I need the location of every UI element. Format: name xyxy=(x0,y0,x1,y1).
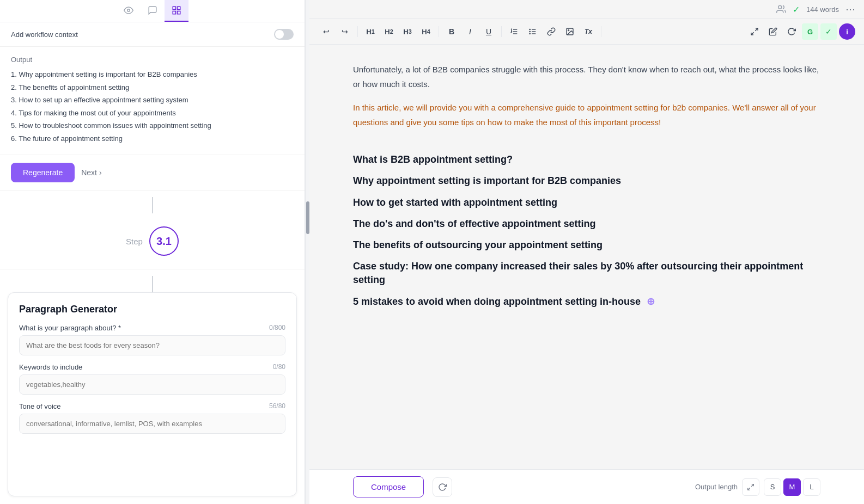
word-count: 144 words xyxy=(806,5,839,14)
about-field-label-row: What is your paragraph about? * 0/800 xyxy=(19,324,285,332)
connector-line-below xyxy=(152,276,153,292)
heading-4: The do's and don'ts of effective appoint… xyxy=(353,217,820,231)
expand-btn[interactable] xyxy=(742,478,759,496)
edit-pencil-btn[interactable] xyxy=(765,23,781,40)
toolbar-separator-3 xyxy=(501,26,502,37)
svg-point-13 xyxy=(530,31,530,32)
svg-point-0 xyxy=(127,9,130,12)
output-length-label: Output length xyxy=(695,483,738,491)
tab-layout[interactable] xyxy=(165,0,188,22)
heading-6: Case study: How one company increased th… xyxy=(353,260,820,287)
h4-button[interactable]: H4 xyxy=(418,23,434,40)
redo-button[interactable]: ↪ xyxy=(337,23,353,40)
length-l-button[interactable]: L xyxy=(803,478,820,496)
step-indicator: Step 3.1 xyxy=(0,213,305,269)
svg-point-14 xyxy=(530,33,530,34)
heading-2: Why appointment setting is important for… xyxy=(353,174,820,188)
list-item: 2. The benefits of appointment setting xyxy=(11,82,294,93)
info-btn[interactable]: i xyxy=(839,23,855,40)
heading-1: What is B2B appointment setting? xyxy=(353,153,820,167)
heading-3: How to get started with appointment sett… xyxy=(353,196,820,210)
length-s-button[interactable]: S xyxy=(764,478,781,496)
unordered-list-button[interactable] xyxy=(525,23,541,40)
tab-eye[interactable] xyxy=(117,0,141,22)
clear-format-button[interactable]: Tx xyxy=(580,23,597,40)
check-icon: ✓ xyxy=(793,4,800,15)
editor-top-header: ✓ 144 words ⋯ xyxy=(309,0,864,19)
svg-line-18 xyxy=(751,32,754,35)
step-label: Step xyxy=(126,237,143,246)
intro-para-1: Unfortunately, a lot of B2B companies st… xyxy=(353,62,820,91)
tone-field-label-row: Tone of voice 56/80 xyxy=(19,402,285,410)
list-item: 5. How to troubleshoot common issues wit… xyxy=(11,120,294,131)
list-item: 4. Tips for making the most out of your … xyxy=(11,108,294,119)
context-toggle-row: Add workflow context xyxy=(0,22,305,47)
intro-para-2: In this article, we will provide you wit… xyxy=(353,100,820,130)
link-button[interactable] xyxy=(543,23,559,40)
editor-content-area[interactable]: Unfortunately, a lot of B2B companies st… xyxy=(309,45,864,469)
heading-5: The benefits of outsourcing your appoint… xyxy=(353,238,820,252)
compose-button[interactable]: Compose xyxy=(353,476,424,497)
svg-point-5 xyxy=(778,5,782,9)
action-buttons-row: Regenerate Next › xyxy=(0,155,305,190)
left-scroll-track[interactable] xyxy=(305,0,309,504)
h2-button[interactable]: H2 xyxy=(381,23,397,40)
heading-7: 5 mistakes to avoid when doing appointme… xyxy=(353,295,820,309)
svg-line-17 xyxy=(755,28,758,31)
more-icon[interactable]: ⋯ xyxy=(845,3,855,15)
step-connector xyxy=(0,190,305,213)
list-item: 3. How to set up an effective appointmen… xyxy=(11,95,294,106)
keywords-input[interactable] xyxy=(19,374,285,395)
toolbar-separator-1 xyxy=(357,26,358,37)
undo-button[interactable]: ↩ xyxy=(318,23,334,40)
regenerate-button[interactable]: Regenerate xyxy=(11,163,75,182)
italic-button[interactable]: I xyxy=(462,23,478,40)
shield-btn[interactable]: ✓ xyxy=(820,23,837,40)
svg-line-20 xyxy=(748,488,750,490)
refresh-bottom-btn[interactable] xyxy=(433,477,452,497)
svg-line-19 xyxy=(751,484,753,486)
plus-icon: ⊕ xyxy=(647,296,655,307)
output-section: Output 1. Why appointment setting is imp… xyxy=(0,47,305,155)
step-connector-below xyxy=(0,269,305,292)
arrows-icon-btn[interactable] xyxy=(746,23,763,40)
connector-line xyxy=(152,197,153,213)
paragraph-generator-card: Paragraph Generator What is your paragra… xyxy=(8,292,297,496)
context-toggle-label: Add workflow context xyxy=(11,30,78,39)
output-length-group: Output length S M L xyxy=(695,478,820,496)
h1-button[interactable]: H1 xyxy=(362,23,379,40)
svg-point-16 xyxy=(568,30,569,31)
next-button[interactable]: Next › xyxy=(81,168,101,177)
list-item: 1. Why appointment setting is important … xyxy=(11,69,294,80)
length-m-button[interactable]: M xyxy=(783,478,801,496)
image-button[interactable] xyxy=(562,23,578,40)
scroll-thumb xyxy=(306,201,309,234)
users-icon xyxy=(776,4,786,14)
grammarly-btn[interactable]: G xyxy=(802,23,818,40)
step-badge: 3.1 xyxy=(149,226,179,256)
length-buttons: S M L xyxy=(764,478,820,496)
keywords-field-label-row: Keywords to include 0/80 xyxy=(19,363,285,371)
about-input[interactable] xyxy=(19,335,285,355)
editor-toolbar: ↩ ↪ H1 H2 H3 H4 B I U xyxy=(309,19,864,45)
card-title: Paragraph Generator xyxy=(19,304,285,315)
list-item: 6. The future of appointment setting xyxy=(11,133,294,144)
panel-tabs xyxy=(0,0,305,22)
svg-point-12 xyxy=(530,29,530,29)
tone-input[interactable] xyxy=(19,414,285,434)
tab-chat[interactable] xyxy=(141,0,165,22)
underline-button[interactable]: U xyxy=(480,23,497,40)
editor-right-section: Unfortunately, a lot of B2B companies st… xyxy=(309,45,864,469)
toolbar-separator-2 xyxy=(439,26,439,37)
toolbar-separator-4 xyxy=(601,26,601,37)
bold-button[interactable]: B xyxy=(443,23,460,40)
svg-rect-4 xyxy=(173,11,175,14)
output-label: Output xyxy=(11,56,294,64)
context-toggle-switch[interactable] xyxy=(274,29,294,40)
svg-rect-2 xyxy=(177,7,180,9)
refresh-btn[interactable] xyxy=(783,23,800,40)
ordered-list-button[interactable] xyxy=(506,23,522,40)
output-list: 1. Why appointment setting is important … xyxy=(11,69,294,144)
svg-rect-1 xyxy=(173,7,175,9)
h3-button[interactable]: H3 xyxy=(399,23,416,40)
